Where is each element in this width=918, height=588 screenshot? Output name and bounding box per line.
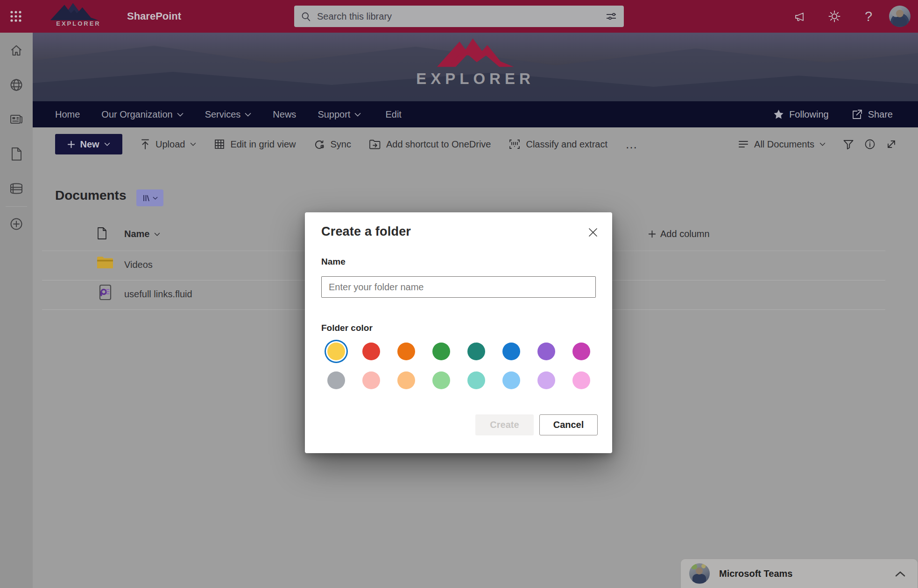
color-swatch-magenta[interactable] (572, 343, 590, 360)
color-swatch-light-blue[interactable] (502, 371, 520, 389)
folder-color-label: Folder color (321, 323, 373, 333)
color-swatch-red[interactable] (362, 343, 380, 360)
folder-color-swatches (327, 343, 590, 389)
color-swatch-blue[interactable] (502, 343, 520, 360)
create-folder-dialog: Create a folder Name Folder color (305, 212, 612, 453)
color-swatch-teal[interactable] (467, 343, 485, 360)
color-swatch-peach[interactable] (397, 371, 415, 389)
color-swatch-lavender[interactable] (537, 371, 555, 389)
color-swatch-yellow[interactable] (327, 343, 345, 360)
swatch-row (327, 371, 590, 389)
dialog-actions: Create Cancel (475, 414, 598, 435)
color-swatch-purple[interactable] (537, 343, 555, 360)
color-swatch-pink[interactable] (572, 371, 590, 389)
sharepoint-app: EXPLORER SharePoint ? (0, 0, 918, 588)
color-swatch-light-teal[interactable] (467, 371, 485, 389)
color-swatch-light-pink[interactable] (362, 371, 380, 389)
dialog-title: Create a folder (321, 224, 411, 239)
color-swatch-green[interactable] (432, 343, 450, 360)
name-field-label: Name (321, 257, 346, 267)
create-button[interactable]: Create (475, 414, 534, 435)
swatch-row (327, 343, 590, 360)
close-icon[interactable] (584, 224, 602, 241)
folder-name-input[interactable] (321, 276, 596, 298)
color-swatch-gray[interactable] (327, 371, 345, 389)
cancel-button[interactable]: Cancel (539, 414, 598, 435)
color-swatch-orange[interactable] (397, 343, 415, 360)
color-swatch-light-green[interactable] (432, 371, 450, 389)
